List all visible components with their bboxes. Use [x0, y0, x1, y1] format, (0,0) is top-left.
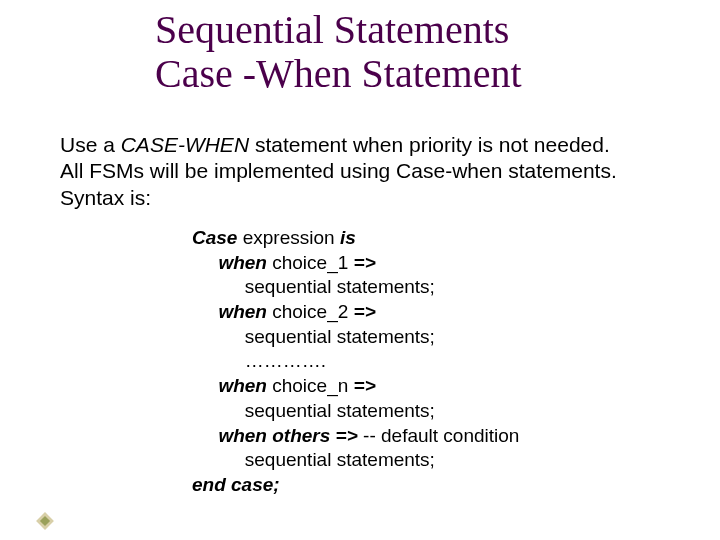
code-line-5: sequential statements; — [192, 325, 519, 350]
kw-is: is — [340, 227, 356, 248]
code-line-9: when others => -- default condition — [192, 424, 519, 449]
intro-line-3: Syntax is: — [60, 185, 670, 211]
code-line-1: Case expression is — [192, 226, 519, 251]
code-line-11: end case; — [192, 473, 519, 498]
intro-1b: CASE-WHEN — [121, 133, 249, 156]
code-line-10: sequential statements; — [192, 448, 519, 473]
choice-n: choice_n — [267, 375, 354, 396]
title-line-1: Sequential Statements — [155, 8, 522, 52]
intro-line-1: Use a CASE-WHEN statement when priority … — [60, 132, 670, 158]
expr: expression — [237, 227, 339, 248]
kw-when-1: when — [192, 252, 267, 273]
intro-line-2: All FSMs will be implemented using Case-… — [60, 158, 670, 184]
choice-2: choice_2 — [267, 301, 354, 322]
code-block: Case expression is when choice_1 => sequ… — [192, 226, 519, 498]
code-line-7: when choice_n => — [192, 374, 519, 399]
slide-title: Sequential Statements Case -When Stateme… — [155, 8, 522, 96]
arrow-1: => — [354, 252, 376, 273]
kw-when-n: when — [192, 375, 267, 396]
default-comment: -- default condition — [358, 425, 520, 446]
code-line-2: when choice_1 => — [192, 251, 519, 276]
code-line-4: when choice_2 => — [192, 300, 519, 325]
code-line-6: …………. — [192, 349, 519, 374]
intro-1a: Use a — [60, 133, 121, 156]
slide: Sequential Statements Case -When Stateme… — [0, 0, 720, 540]
kw-when-2: when — [192, 301, 267, 322]
choice-1: choice_1 — [267, 252, 354, 273]
arrow-n: => — [354, 375, 376, 396]
arrow-2: => — [354, 301, 376, 322]
body-text: Use a CASE-WHEN statement when priority … — [60, 132, 670, 211]
kw-case: Case — [192, 227, 237, 248]
code-line-3: sequential statements; — [192, 275, 519, 300]
title-line-2: Case -When Statement — [155, 52, 522, 96]
decorative-bullet-icon — [36, 512, 54, 530]
intro-1c: statement when priority is not needed. — [249, 133, 610, 156]
kw-when-others: when others => — [192, 425, 358, 446]
code-line-8: sequential statements; — [192, 399, 519, 424]
